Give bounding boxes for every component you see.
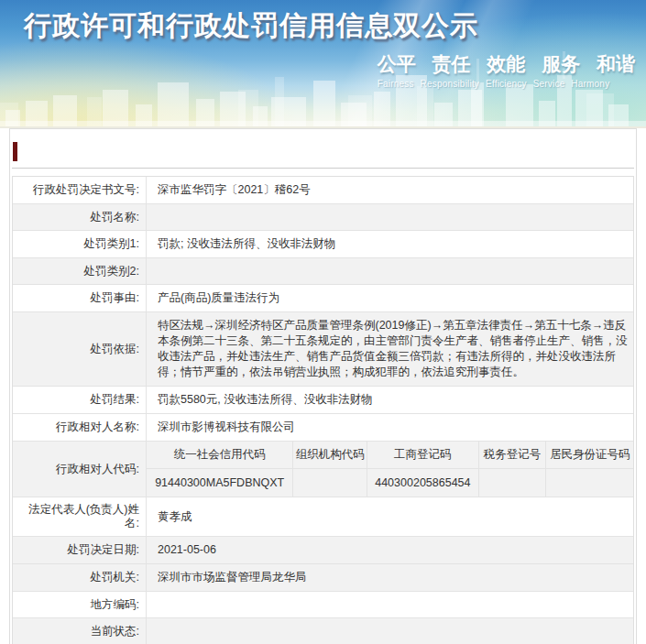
row-value: 深圳市影博视科技有限公司 — [147, 414, 633, 441]
entity-codes-subtable: 统一社会信用代码 组织机构代码 工商登记码 税务登记号 居民身份证号码 9144… — [147, 442, 633, 497]
table-row: 行政处罚决定书文号: 深市监华罚字〔2021〕稽62号 — [13, 177, 633, 204]
row-value: 深市监华罚字〔2021〕稽62号 — [147, 177, 633, 203]
header-banner: 行政许可和行政处罚信用信息双公示 公平 责任 效能 服务 和谐 Fairness… — [0, 0, 646, 128]
codes-value: 91440300MA5FDBNQXT — [147, 469, 293, 497]
row-label: 行政相对人代码: — [13, 442, 147, 497]
table-row: 行政相对人名称: 深圳市影博视科技有限公司 — [13, 414, 633, 442]
banner-slogan: 公平 责任 效能 服务 和谐 Fairness Responsibility E… — [378, 51, 635, 89]
row-label: 当前状态: — [13, 618, 147, 644]
codes-value — [293, 469, 367, 497]
row-label: 行政相对人名称: — [13, 414, 147, 441]
table-row: 地方编码: — [13, 592, 633, 618]
codes-column-header: 工商登记码 — [367, 442, 479, 468]
table-row: 处罚类别2: — [13, 258, 633, 285]
table-row: 处罚结果: 罚款5580元, 没收违法所得、没收非法财物 — [13, 387, 633, 414]
row-label: 处罚类别1: — [13, 231, 147, 257]
table-row: 当前状态: — [13, 618, 633, 644]
table-row: 处罚类别1: 罚款; 没收违法所得、没收非法财物 — [13, 231, 633, 258]
penalty-info-table: 行政处罚决定书文号: 深市监华罚字〔2021〕稽62号 处罚名称: 处罚类别1:… — [12, 176, 634, 644]
table-row: 处罚机关: 深圳市市场监督管理局龙华局 — [13, 564, 633, 592]
row-label: 处罚依据: — [13, 312, 147, 386]
page-title: 行政许可和行政处罚信用信息双公示 — [24, 7, 478, 45]
codes-value — [546, 469, 633, 497]
table-row: 处罚决定日期: 2021-05-06 — [13, 537, 633, 564]
row-value: 罚款5580元, 没收违法所得、没收非法财物 — [147, 387, 633, 413]
horizontal-divider — [12, 168, 634, 169]
content-panel: 行政处罚决定书文号: 深市监华罚字〔2021〕稽62号 处罚名称: 处罚类别1:… — [9, 128, 637, 644]
row-value: 黄孝成 — [147, 504, 633, 530]
row-value: 特区法规→深圳经济特区产品质量管理条例(2019修正)→第五章法律责任→第五十七… — [147, 312, 633, 386]
section-marker-bar — [13, 142, 17, 161]
row-label: 处罚决定日期: — [13, 537, 147, 563]
codes-column-header: 统一社会信用代码 — [147, 442, 293, 468]
row-value — [147, 266, 633, 277]
codes-value-row: 91440300MA5FDBNQXT 440300205865454 — [147, 469, 633, 497]
row-label: 行政处罚决定书文号: — [13, 177, 147, 203]
table-row-penalty-basis: 处罚依据: 特区法规→深圳经济特区产品质量管理条例(2019修正)→第五章法律责… — [13, 312, 633, 387]
table-row: 处罚事由: 产品(商品)质量违法行为 — [13, 285, 633, 312]
row-label: 处罚结果: — [13, 387, 147, 413]
row-value — [147, 599, 633, 610]
table-row: 法定代表人(负责人)姓名: 黄孝成 — [13, 497, 633, 537]
codes-column-header: 税务登记号 — [479, 442, 547, 468]
codes-value: 440300205865454 — [367, 469, 479, 497]
codes-value — [479, 469, 547, 497]
codes-column-header: 组织机构代码 — [293, 442, 367, 468]
row-label: 处罚名称: — [13, 204, 147, 230]
row-label: 处罚类别2: — [13, 258, 147, 284]
table-row: 处罚名称: — [13, 204, 633, 231]
row-value: 产品(商品)质量违法行为 — [147, 285, 633, 311]
slogan-english: Fairness Responsibility Efficiency Servi… — [378, 79, 635, 89]
row-label: 法定代表人(负责人)姓名: — [13, 497, 147, 536]
slogan-chinese: 公平 责任 效能 服务 和谐 — [378, 51, 635, 77]
row-value: 罚款; 没收违法所得、没收非法财物 — [147, 231, 633, 257]
row-label: 处罚事由: — [13, 285, 147, 311]
table-row-entity-codes: 行政相对人代码: 统一社会信用代码 组织机构代码 工商登记码 税务登记号 居民身… — [13, 442, 633, 497]
codes-column-header: 居民身份证号码 — [546, 442, 633, 468]
row-label: 地方编码: — [13, 592, 147, 617]
codes-header-row: 统一社会信用代码 组织机构代码 工商登记码 税务登记号 居民身份证号码 — [147, 442, 633, 469]
row-value — [147, 626, 633, 637]
row-value: 深圳市市场监督管理局龙华局 — [147, 564, 633, 591]
row-value: 2021-05-06 — [147, 537, 633, 563]
row-label: 处罚机关: — [13, 564, 147, 591]
row-value — [147, 212, 633, 223]
